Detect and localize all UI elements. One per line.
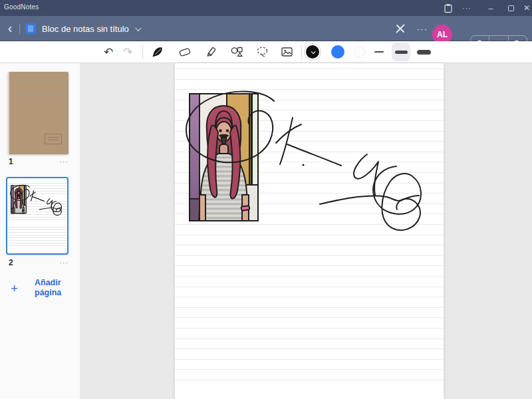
- page-thumbnail-1-cover[interactable]: [8, 72, 68, 154]
- stroke-width-medium-button-selected[interactable]: [392, 43, 410, 61]
- redo-button[interactable]: ↷: [117, 41, 138, 63]
- nav-divider: [19, 24, 20, 34]
- page-number: 2: [9, 258, 13, 267]
- title-bar: GoodNotes ··· – ✕: [0, 0, 532, 16]
- toolbar-divider: [142, 45, 143, 59]
- document-title: Bloc de notas sin título: [42, 24, 129, 34]
- shapes-tool-button[interactable]: [226, 41, 247, 63]
- clipboard-icon[interactable]: [442, 0, 455, 16]
- plus-icon: +: [11, 281, 18, 296]
- lasso-tool-button[interactable]: [251, 41, 273, 63]
- chevron-down-icon: [311, 49, 315, 54]
- page-number: 1: [9, 157, 13, 166]
- color-swatch-white[interactable]: [351, 43, 368, 61]
- add-page-button[interactable]: + Añadir página: [7, 276, 73, 303]
- page-1-row: 1 ···: [8, 157, 68, 168]
- window-more-icon[interactable]: ···: [459, 0, 475, 16]
- editing-toggle-icon[interactable]: [392, 21, 408, 36]
- close-icon[interactable]: ✕: [521, 0, 532, 16]
- page-content: [175, 63, 444, 399]
- nav-bar: ‹ Bloc de notas sin título ··· AL 70%: [0, 16, 532, 41]
- toolbar-divider: [301, 45, 302, 59]
- maximize-icon[interactable]: [503, 0, 519, 16]
- notebook-icon: [25, 23, 36, 34]
- page-menu-icon[interactable]: ···: [59, 259, 68, 267]
- stroke-width-thick-button[interactable]: [414, 43, 433, 61]
- page-thumbnail-2-selected[interactable]: [6, 177, 68, 255]
- pen-tool-button[interactable]: [147, 41, 168, 63]
- page-menu-icon[interactable]: ···: [59, 158, 68, 166]
- document-title-button[interactable]: Bloc de notas sin título: [25, 20, 140, 37]
- tools-toolbar: ↶ ↷: [0, 41, 532, 63]
- canvas-area: [80, 63, 532, 399]
- image-tool-button[interactable]: [276, 41, 297, 63]
- notebook-page[interactable]: [175, 63, 444, 399]
- pages-sidebar: 1 ··· 2 ··· + Añadir página: [0, 63, 80, 399]
- color-swatch-blue[interactable]: [329, 43, 346, 61]
- back-button[interactable]: ‹: [3, 20, 17, 37]
- undo-button[interactable]: ↶: [98, 41, 119, 63]
- thumbnail-page-art: [8, 179, 66, 252]
- chevron-down-icon: [135, 25, 142, 31]
- eraser-tool-button[interactable]: [174, 41, 196, 63]
- color-swatch-black-selected[interactable]: [304, 43, 321, 61]
- app-name: GoodNotes: [4, 3, 39, 11]
- nav-more-icon[interactable]: ···: [414, 21, 431, 36]
- highlighter-tool-button[interactable]: [200, 41, 221, 63]
- cover-label-box: [45, 134, 62, 144]
- inserted-photo-and-handwriting: [186, 92, 421, 231]
- add-page-label: Añadir página: [35, 278, 69, 298]
- stroke-width-thin-button[interactable]: [370, 43, 388, 61]
- minimize-icon[interactable]: –: [483, 0, 499, 16]
- page-2-row: 2 ···: [8, 258, 68, 269]
